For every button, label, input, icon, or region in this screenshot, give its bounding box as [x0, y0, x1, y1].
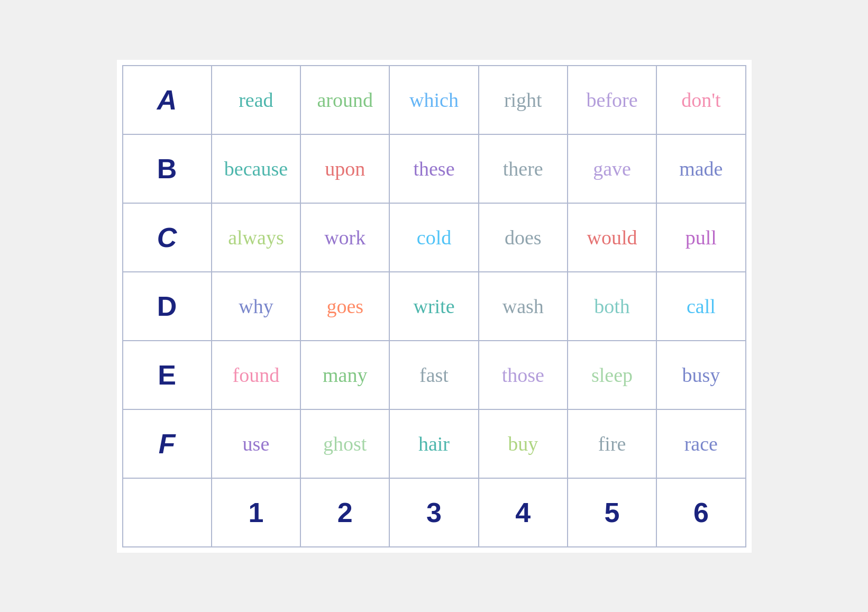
word-race: race: [684, 433, 718, 455]
cell-F1: use: [212, 409, 300, 478]
cell-A5: before: [568, 66, 656, 134]
cell-A2: around: [300, 66, 389, 134]
cell-F2: ghost: [300, 409, 389, 478]
cell-D6: call: [656, 272, 745, 341]
cell-C3: cold: [389, 203, 478, 272]
word-grid: Areadaroundwhichrightbeforedon'tBbecause…: [122, 65, 746, 547]
word-use: use: [243, 433, 270, 455]
word-don't: don't: [681, 89, 720, 111]
cell-C1: always: [212, 203, 300, 272]
cell-E1: found: [212, 341, 300, 409]
table-row: Bbecauseuponthesetheregavemade: [123, 134, 746, 203]
word-buy: buy: [508, 433, 538, 455]
word-made: made: [679, 158, 723, 180]
cell-B2: upon: [300, 134, 389, 203]
word-around: around: [317, 89, 373, 111]
page: Areadaroundwhichrightbeforedon'tBbecause…: [117, 60, 752, 553]
cell-D2: goes: [300, 272, 389, 341]
cell-A4: right: [479, 66, 568, 134]
col-number-5: 5: [568, 478, 656, 547]
cell-B5: gave: [568, 134, 656, 203]
cell-F4: buy: [479, 409, 568, 478]
row-label-D: D: [123, 272, 212, 341]
cell-F3: hair: [389, 409, 478, 478]
word-upon: upon: [325, 158, 365, 180]
row-label-A: A: [123, 66, 212, 134]
word-fast: fast: [419, 364, 449, 386]
col-number-4: 4: [479, 478, 568, 547]
cell-B6: made: [656, 134, 745, 203]
word-pull: pull: [686, 226, 717, 249]
word-those: those: [502, 364, 544, 386]
table-row: Dwhygoeswritewashbothcall: [123, 272, 746, 341]
word-wash: wash: [502, 295, 544, 317]
word-which: which: [409, 89, 459, 111]
cell-D4: wash: [479, 272, 568, 341]
cell-A1: read: [212, 66, 300, 134]
word-ghost: ghost: [323, 433, 367, 455]
word-right: right: [504, 89, 542, 111]
word-sleep: sleep: [591, 364, 633, 386]
word-many: many: [323, 364, 367, 386]
word-before: before: [587, 89, 638, 111]
cell-C2: work: [300, 203, 389, 272]
row-label-B: B: [123, 134, 212, 203]
table-row: Efoundmanyfastthosesleepbusy: [123, 341, 746, 409]
word-read: read: [239, 89, 273, 111]
word-gave: gave: [593, 158, 631, 180]
cell-D1: why: [212, 272, 300, 341]
cell-F5: fire: [568, 409, 656, 478]
word-fire: fire: [598, 433, 626, 455]
cell-E4: those: [479, 341, 568, 409]
word-because: because: [224, 158, 288, 180]
word-found: found: [233, 364, 280, 386]
cell-C6: pull: [656, 203, 745, 272]
cell-C4: does: [479, 203, 568, 272]
cell-E2: many: [300, 341, 389, 409]
corner-cell: [123, 478, 212, 547]
cell-B1: because: [212, 134, 300, 203]
word-cold: cold: [417, 226, 451, 249]
col-number-1: 1: [212, 478, 300, 547]
cell-D5: both: [568, 272, 656, 341]
word-these: these: [413, 158, 454, 180]
word-busy: busy: [682, 364, 720, 386]
cell-C5: would: [568, 203, 656, 272]
cell-B4: there: [479, 134, 568, 203]
table-row: Fuseghosthairbuyfirerace: [123, 409, 746, 478]
cell-A3: which: [389, 66, 478, 134]
word-both: both: [594, 295, 630, 317]
word-write: write: [413, 295, 454, 317]
word-always: always: [228, 226, 284, 249]
word-hair: hair: [418, 433, 450, 455]
word-call: call: [687, 295, 716, 317]
word-there: there: [503, 158, 543, 180]
cell-F6: race: [656, 409, 745, 478]
col-number-2: 2: [300, 478, 389, 547]
row-label-E: E: [123, 341, 212, 409]
table-row: Areadaroundwhichrightbeforedon't: [123, 66, 746, 134]
cell-A6: don't: [656, 66, 745, 134]
word-work: work: [324, 226, 366, 249]
word-would: would: [587, 226, 637, 249]
cell-B3: these: [389, 134, 478, 203]
cell-D3: write: [389, 272, 478, 341]
cell-E6: busy: [656, 341, 745, 409]
table-row: Calwaysworkcolddoeswouldpull: [123, 203, 746, 272]
word-does: does: [505, 226, 542, 249]
word-why: why: [239, 295, 273, 317]
cell-E5: sleep: [568, 341, 656, 409]
cell-E3: fast: [389, 341, 478, 409]
number-row: 123456: [123, 478, 746, 547]
col-number-3: 3: [389, 478, 478, 547]
word-goes: goes: [326, 295, 363, 317]
row-label-F: F: [123, 409, 212, 478]
col-number-6: 6: [656, 478, 745, 547]
row-label-C: C: [123, 203, 212, 272]
